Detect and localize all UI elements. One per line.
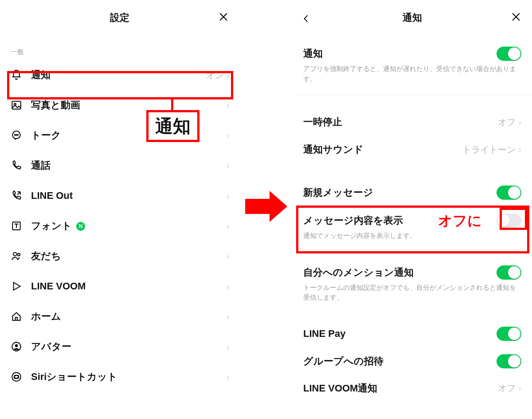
font-icon (10, 219, 23, 233)
row-lineout-label: LINE Out (31, 190, 227, 202)
notifications-toggle[interactable] (497, 47, 521, 61)
voomnotify-label: LINE VOOM通知 (303, 382, 498, 395)
chevron-right-icon: › (227, 342, 230, 352)
chevron-right-icon: › (227, 191, 230, 201)
mention-desc: トークルームの通知設定がオフでも、自分がメンションされると通知を受信します。 (293, 283, 532, 311)
chevron-right-icon: › (227, 100, 230, 111)
row-notifications-toggle: 通知 (293, 39, 532, 64)
svg-point-10 (18, 253, 20, 256)
svg-point-9 (13, 253, 17, 256)
row-sound[interactable]: 通知サウンド トライトーン › (293, 136, 532, 163)
chevron-right-icon: › (518, 145, 521, 155)
notifications-header: 通知 (293, 5, 532, 30)
svg-point-6 (16, 134, 17, 135)
avatar-icon (10, 340, 23, 353)
row-avatar-label: アバター (31, 340, 227, 353)
row-friends[interactable]: 友だち › (0, 241, 239, 271)
chevron-right-icon: › (227, 130, 230, 141)
row-voomnotify[interactable]: LINE VOOM通知 オフ › (293, 375, 532, 401)
section-general: 一般 (0, 30, 239, 60)
play-icon (10, 280, 23, 293)
photo-icon (10, 99, 23, 112)
row-lineout[interactable]: LINE Out › (0, 181, 239, 211)
chevron-right-icon: › (227, 70, 230, 80)
groupinvite-label: グループへの招待 (303, 355, 497, 368)
row-call[interactable]: 通話 › (0, 150, 239, 181)
annotation-off-note: オフに (438, 211, 482, 231)
sound-value: トライトーン (462, 144, 516, 156)
chevron-right-icon: › (227, 221, 230, 231)
svg-point-12 (15, 344, 18, 348)
row-notifications-value: オン (206, 69, 224, 81)
row-talk[interactable]: トーク › (0, 120, 239, 150)
chevron-right-icon: › (227, 251, 230, 261)
chevron-right-icon: › (518, 117, 521, 127)
mention-toggle[interactable] (497, 265, 521, 280)
linepay-label: LINE Pay (303, 328, 497, 340)
row-voom-label: LINE VOOM (31, 281, 227, 292)
settings-header: 設定 (0, 5, 239, 30)
row-friends-label: 友だち (31, 249, 227, 263)
annotation-arrow (245, 191, 287, 222)
voomnotify-value: オフ (498, 382, 516, 394)
row-siri[interactable]: Siriショートカット › (0, 362, 239, 392)
home-icon (10, 310, 23, 323)
pause-value: オフ (498, 116, 516, 128)
chevron-right-icon: › (518, 383, 521, 393)
svg-point-5 (15, 134, 16, 135)
phone-icon (10, 159, 23, 172)
close-icon[interactable] (212, 8, 235, 27)
annotation-callout: 通知 (146, 110, 200, 142)
row-showcontent: メッセージ内容を表示 (293, 206, 532, 231)
row-font[interactable]: フォントN › (0, 211, 239, 241)
phone-out-icon (10, 189, 23, 202)
chevron-right-icon: › (227, 372, 230, 382)
notifications-title: 通知 (403, 11, 422, 24)
newmsg-label: 新規メッセージ (303, 186, 497, 199)
row-home[interactable]: ホーム › (0, 301, 239, 332)
row-pause[interactable]: 一時停止 オフ › (293, 108, 532, 136)
row-call-label: 通話 (31, 159, 227, 172)
newmsg-toggle[interactable] (497, 186, 521, 200)
row-home-label: ホーム (31, 310, 227, 323)
row-groupinvite: グループへの招待 (293, 347, 532, 375)
showcontent-desc: 通知でメッセージ内容を表示します。 (293, 231, 532, 249)
svg-rect-2 (12, 101, 21, 109)
chat-icon (10, 129, 23, 142)
row-notifications[interactable]: 通知 オン › (0, 60, 239, 90)
settings-screen: 設定 一般 通知 オン › 写真と動画 › (0, 0, 239, 419)
row-siri-label: Siriショートカット (31, 370, 227, 383)
notifications-screen: 通知 通知 アプリを強制終了すると、通知が遅れたり、受信できない場合があります。… (293, 0, 532, 419)
groupinvite-toggle[interactable] (497, 354, 521, 368)
notifications-toggle-label: 通知 (303, 47, 497, 60)
row-newmsg: 新規メッセージ (293, 178, 532, 206)
row-avatar[interactable]: アバター › (0, 332, 239, 362)
bell-icon (10, 68, 23, 82)
showcontent-toggle[interactable] (497, 213, 521, 228)
chevron-right-icon: › (227, 161, 230, 171)
svg-point-7 (17, 134, 18, 135)
chevron-right-icon: › (227, 281, 230, 292)
notifications-desc: アプリを強制終了すると、通知が遅れたり、受信できない場合があります。 (293, 64, 532, 92)
new-badge: N (76, 222, 85, 231)
chevron-right-icon: › (227, 312, 230, 322)
svg-point-13 (12, 372, 21, 381)
row-photos-video[interactable]: 写真と動画 › (0, 90, 239, 120)
settings-title: 設定 (110, 11, 129, 24)
row-linepay: LINE Pay (293, 320, 532, 347)
back-icon[interactable] (295, 7, 317, 29)
linepay-toggle[interactable] (497, 327, 521, 341)
row-mention: 自分へのメンション通知 (293, 258, 532, 283)
close-icon[interactable] (505, 8, 528, 27)
sound-label: 通知サウンド (303, 143, 462, 156)
friends-icon (10, 249, 23, 263)
row-voom[interactable]: LINE VOOM › (0, 271, 239, 301)
mention-label: 自分へのメンション通知 (303, 266, 497, 279)
pause-label: 一時停止 (303, 115, 498, 129)
row-font-label: フォントN (31, 219, 227, 233)
row-notifications-label: 通知 (31, 68, 206, 82)
siri-icon (10, 370, 23, 383)
